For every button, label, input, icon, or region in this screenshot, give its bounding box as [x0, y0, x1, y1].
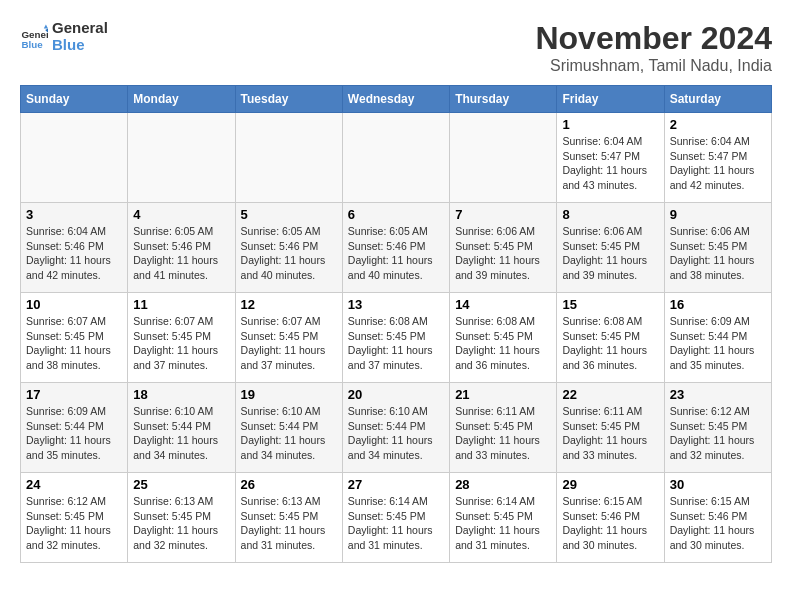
day-number: 21 — [455, 387, 551, 402]
day-info: Sunrise: 6:05 AMSunset: 5:46 PMDaylight:… — [133, 224, 229, 283]
month-title: November 2024 — [535, 20, 772, 57]
calendar-week-row: 24Sunrise: 6:12 AMSunset: 5:45 PMDayligh… — [21, 473, 772, 563]
logo-line1: General — [52, 20, 108, 37]
day-info: Sunrise: 6:12 AMSunset: 5:45 PMDaylight:… — [26, 494, 122, 553]
column-header-monday: Monday — [128, 86, 235, 113]
day-number: 7 — [455, 207, 551, 222]
day-number: 12 — [241, 297, 337, 312]
calendar-week-row: 10Sunrise: 6:07 AMSunset: 5:45 PMDayligh… — [21, 293, 772, 383]
calendar-cell: 19Sunrise: 6:10 AMSunset: 5:44 PMDayligh… — [235, 383, 342, 473]
calendar-cell: 2Sunrise: 6:04 AMSunset: 5:47 PMDaylight… — [664, 113, 771, 203]
calendar-cell: 1Sunrise: 6:04 AMSunset: 5:47 PMDaylight… — [557, 113, 664, 203]
day-info: Sunrise: 6:07 AMSunset: 5:45 PMDaylight:… — [241, 314, 337, 373]
day-number: 26 — [241, 477, 337, 492]
day-info: Sunrise: 6:10 AMSunset: 5:44 PMDaylight:… — [348, 404, 444, 463]
calendar-cell: 14Sunrise: 6:08 AMSunset: 5:45 PMDayligh… — [450, 293, 557, 383]
day-info: Sunrise: 6:15 AMSunset: 5:46 PMDaylight:… — [562, 494, 658, 553]
column-header-sunday: Sunday — [21, 86, 128, 113]
calendar-cell: 9Sunrise: 6:06 AMSunset: 5:45 PMDaylight… — [664, 203, 771, 293]
calendar-cell: 28Sunrise: 6:14 AMSunset: 5:45 PMDayligh… — [450, 473, 557, 563]
calendar-cell — [450, 113, 557, 203]
calendar-cell: 22Sunrise: 6:11 AMSunset: 5:45 PMDayligh… — [557, 383, 664, 473]
calendar-cell: 7Sunrise: 6:06 AMSunset: 5:45 PMDaylight… — [450, 203, 557, 293]
day-number: 4 — [133, 207, 229, 222]
calendar-cell: 25Sunrise: 6:13 AMSunset: 5:45 PMDayligh… — [128, 473, 235, 563]
day-number: 16 — [670, 297, 766, 312]
day-info: Sunrise: 6:08 AMSunset: 5:45 PMDaylight:… — [562, 314, 658, 373]
column-header-wednesday: Wednesday — [342, 86, 449, 113]
logo-line2: Blue — [52, 37, 108, 54]
day-info: Sunrise: 6:06 AMSunset: 5:45 PMDaylight:… — [562, 224, 658, 283]
day-info: Sunrise: 6:06 AMSunset: 5:45 PMDaylight:… — [455, 224, 551, 283]
day-info: Sunrise: 6:09 AMSunset: 5:44 PMDaylight:… — [670, 314, 766, 373]
calendar-cell — [128, 113, 235, 203]
day-info: Sunrise: 6:11 AMSunset: 5:45 PMDaylight:… — [562, 404, 658, 463]
day-info: Sunrise: 6:04 AMSunset: 5:47 PMDaylight:… — [670, 134, 766, 193]
day-info: Sunrise: 6:07 AMSunset: 5:45 PMDaylight:… — [133, 314, 229, 373]
day-number: 20 — [348, 387, 444, 402]
calendar-cell: 29Sunrise: 6:15 AMSunset: 5:46 PMDayligh… — [557, 473, 664, 563]
day-number: 28 — [455, 477, 551, 492]
day-number: 29 — [562, 477, 658, 492]
calendar-week-row: 17Sunrise: 6:09 AMSunset: 5:44 PMDayligh… — [21, 383, 772, 473]
logo-icon: General Blue — [20, 23, 48, 51]
day-number: 8 — [562, 207, 658, 222]
calendar-cell — [342, 113, 449, 203]
day-info: Sunrise: 6:09 AMSunset: 5:44 PMDaylight:… — [26, 404, 122, 463]
day-info: Sunrise: 6:04 AMSunset: 5:46 PMDaylight:… — [26, 224, 122, 283]
day-number: 15 — [562, 297, 658, 312]
day-info: Sunrise: 6:10 AMSunset: 5:44 PMDaylight:… — [241, 404, 337, 463]
day-info: Sunrise: 6:14 AMSunset: 5:45 PMDaylight:… — [455, 494, 551, 553]
day-number: 19 — [241, 387, 337, 402]
day-info: Sunrise: 6:06 AMSunset: 5:45 PMDaylight:… — [670, 224, 766, 283]
day-info: Sunrise: 6:12 AMSunset: 5:45 PMDaylight:… — [670, 404, 766, 463]
calendar-body: 1Sunrise: 6:04 AMSunset: 5:47 PMDaylight… — [21, 113, 772, 563]
column-header-friday: Friday — [557, 86, 664, 113]
day-number: 11 — [133, 297, 229, 312]
page-header: General Blue General Blue November 2024 … — [20, 20, 772, 75]
day-number: 17 — [26, 387, 122, 402]
day-number: 9 — [670, 207, 766, 222]
calendar-cell: 18Sunrise: 6:10 AMSunset: 5:44 PMDayligh… — [128, 383, 235, 473]
day-info: Sunrise: 6:08 AMSunset: 5:45 PMDaylight:… — [348, 314, 444, 373]
day-info: Sunrise: 6:05 AMSunset: 5:46 PMDaylight:… — [241, 224, 337, 283]
day-info: Sunrise: 6:13 AMSunset: 5:45 PMDaylight:… — [241, 494, 337, 553]
day-info: Sunrise: 6:13 AMSunset: 5:45 PMDaylight:… — [133, 494, 229, 553]
day-number: 10 — [26, 297, 122, 312]
day-number: 27 — [348, 477, 444, 492]
calendar-cell: 6Sunrise: 6:05 AMSunset: 5:46 PMDaylight… — [342, 203, 449, 293]
day-info: Sunrise: 6:08 AMSunset: 5:45 PMDaylight:… — [455, 314, 551, 373]
calendar-header-row: SundayMondayTuesdayWednesdayThursdayFrid… — [21, 86, 772, 113]
day-info: Sunrise: 6:10 AMSunset: 5:44 PMDaylight:… — [133, 404, 229, 463]
calendar-cell — [21, 113, 128, 203]
title-area: November 2024 Srimushnam, Tamil Nadu, In… — [535, 20, 772, 75]
day-info: Sunrise: 6:14 AMSunset: 5:45 PMDaylight:… — [348, 494, 444, 553]
day-number: 3 — [26, 207, 122, 222]
day-number: 30 — [670, 477, 766, 492]
calendar-cell: 15Sunrise: 6:08 AMSunset: 5:45 PMDayligh… — [557, 293, 664, 383]
calendar-cell: 5Sunrise: 6:05 AMSunset: 5:46 PMDaylight… — [235, 203, 342, 293]
column-header-thursday: Thursday — [450, 86, 557, 113]
calendar-cell: 24Sunrise: 6:12 AMSunset: 5:45 PMDayligh… — [21, 473, 128, 563]
calendar-cell: 20Sunrise: 6:10 AMSunset: 5:44 PMDayligh… — [342, 383, 449, 473]
calendar-cell: 16Sunrise: 6:09 AMSunset: 5:44 PMDayligh… — [664, 293, 771, 383]
calendar-cell: 12Sunrise: 6:07 AMSunset: 5:45 PMDayligh… — [235, 293, 342, 383]
calendar-cell: 27Sunrise: 6:14 AMSunset: 5:45 PMDayligh… — [342, 473, 449, 563]
calendar-table: SundayMondayTuesdayWednesdayThursdayFrid… — [20, 85, 772, 563]
calendar-cell: 13Sunrise: 6:08 AMSunset: 5:45 PMDayligh… — [342, 293, 449, 383]
day-number: 1 — [562, 117, 658, 132]
day-info: Sunrise: 6:15 AMSunset: 5:46 PMDaylight:… — [670, 494, 766, 553]
calendar-cell: 3Sunrise: 6:04 AMSunset: 5:46 PMDaylight… — [21, 203, 128, 293]
calendar-cell: 8Sunrise: 6:06 AMSunset: 5:45 PMDaylight… — [557, 203, 664, 293]
day-number: 23 — [670, 387, 766, 402]
day-info: Sunrise: 6:07 AMSunset: 5:45 PMDaylight:… — [26, 314, 122, 373]
day-number: 18 — [133, 387, 229, 402]
day-number: 14 — [455, 297, 551, 312]
day-number: 25 — [133, 477, 229, 492]
calendar-cell: 11Sunrise: 6:07 AMSunset: 5:45 PMDayligh… — [128, 293, 235, 383]
calendar-cell: 17Sunrise: 6:09 AMSunset: 5:44 PMDayligh… — [21, 383, 128, 473]
column-header-saturday: Saturday — [664, 86, 771, 113]
day-number: 6 — [348, 207, 444, 222]
location-subtitle: Srimushnam, Tamil Nadu, India — [535, 57, 772, 75]
day-number: 5 — [241, 207, 337, 222]
